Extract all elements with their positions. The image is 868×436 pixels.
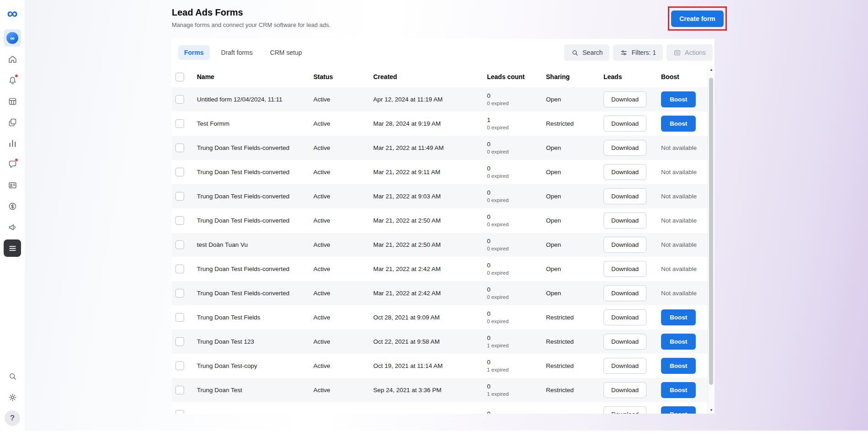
table-row: Untitled form 12/04/2024, 11:11 Active A… bbox=[172, 87, 715, 112]
boost-not-available: Not available bbox=[661, 290, 697, 297]
form-created-date: Mar 21, 2022 at 2:42 AM bbox=[373, 290, 487, 297]
leads-expired: 1 expired bbox=[487, 367, 546, 373]
tab-draft-forms[interactable]: Draft forms bbox=[215, 45, 259, 60]
leads-expired: 1 expired bbox=[487, 343, 546, 349]
row-checkbox[interactable] bbox=[175, 95, 184, 104]
contacts-icon[interactable] bbox=[4, 176, 21, 194]
row-checkbox[interactable] bbox=[175, 265, 184, 273]
boost-not-available: Not available bbox=[661, 217, 697, 224]
row-checkbox[interactable] bbox=[175, 337, 184, 346]
tab-bar: Forms Draft forms CRM setup bbox=[178, 45, 308, 60]
row-checkbox[interactable] bbox=[175, 410, 184, 414]
download-button[interactable]: Download bbox=[603, 237, 646, 253]
download-button[interactable]: Download bbox=[603, 334, 646, 350]
boost-button[interactable]: Boost bbox=[661, 382, 696, 398]
form-sharing: Open bbox=[546, 96, 603, 103]
download-button[interactable]: Download bbox=[603, 91, 646, 107]
help-icon[interactable]: ? bbox=[5, 410, 20, 426]
boost-button[interactable]: Boost bbox=[661, 334, 696, 350]
filters-button-label: Filters: 1 bbox=[631, 49, 656, 56]
inbox-icon[interactable] bbox=[4, 155, 21, 173]
boost-not-available: Not available bbox=[661, 241, 697, 248]
table-row: Trung Doan Test Fields-converted Active … bbox=[172, 208, 715, 233]
form-created-date: Mar 21, 2022 at 2:50 AM bbox=[373, 241, 487, 248]
download-button[interactable]: Download bbox=[603, 382, 646, 398]
download-button[interactable]: Download bbox=[603, 406, 646, 414]
column-header-sharing: Sharing bbox=[546, 73, 603, 80]
page-title: Lead Ads Forms bbox=[172, 7, 331, 18]
boost-button[interactable]: Boost bbox=[661, 91, 696, 107]
column-header-name: Name bbox=[197, 73, 313, 80]
insights-icon[interactable] bbox=[4, 134, 21, 152]
leads-expired: 0 expired bbox=[487, 294, 546, 300]
row-checkbox[interactable] bbox=[175, 289, 184, 298]
tab-crm-setup[interactable]: CRM setup bbox=[264, 45, 308, 60]
scrollbar-thumb[interactable] bbox=[709, 78, 713, 385]
table-scrollbar: ▲ ▼ bbox=[708, 66, 715, 414]
row-checkbox[interactable] bbox=[175, 362, 184, 370]
form-status: Active bbox=[313, 217, 373, 224]
form-status: Active bbox=[313, 314, 373, 321]
form-sharing: Restricted bbox=[546, 362, 603, 369]
form-status: Active bbox=[313, 193, 373, 200]
download-button[interactable]: Download bbox=[603, 116, 646, 132]
actions-button[interactable]: Actions bbox=[667, 44, 713, 61]
form-name: test Doàn Tuan Vu bbox=[197, 241, 313, 248]
scroll-down-arrow[interactable]: ▼ bbox=[708, 408, 715, 412]
table-body: Untitled form 12/04/2024, 11:11 Active A… bbox=[172, 87, 715, 414]
download-button[interactable]: Download bbox=[603, 140, 646, 156]
download-button[interactable]: Download bbox=[603, 285, 646, 301]
row-checkbox[interactable] bbox=[175, 216, 184, 225]
form-name: Untitled form 12/04/2024, 11:11 bbox=[197, 96, 313, 103]
menu-icon[interactable] bbox=[4, 239, 21, 257]
row-checkbox[interactable] bbox=[175, 386, 184, 394]
row-checkbox[interactable] bbox=[175, 168, 184, 176]
meta-logo-icon[interactable]: ∞ bbox=[7, 5, 18, 21]
monetization-icon[interactable] bbox=[4, 197, 21, 215]
boost-cell: Not available bbox=[661, 241, 715, 248]
row-checkbox[interactable] bbox=[175, 119, 184, 128]
notifications-icon[interactable] bbox=[4, 71, 21, 89]
boost-not-available: Not available bbox=[661, 169, 697, 175]
row-checkbox[interactable] bbox=[175, 240, 184, 249]
form-created-date: Mar 21, 2022 at 9:11 AM bbox=[373, 169, 487, 175]
leads-count: 0 bbox=[487, 286, 546, 293]
download-button[interactable]: Download bbox=[603, 309, 646, 325]
download-button[interactable]: Download bbox=[603, 188, 646, 204]
filters-icon bbox=[620, 49, 628, 57]
promotions-icon[interactable] bbox=[4, 218, 21, 236]
scroll-up-arrow[interactable]: ▲ bbox=[708, 68, 715, 72]
tab-forms[interactable]: Forms bbox=[178, 45, 210, 60]
app-shortcut-icon[interactable]: ∞ bbox=[4, 29, 21, 47]
content-icon[interactable] bbox=[4, 113, 21, 131]
row-checkbox[interactable] bbox=[175, 144, 184, 152]
planner-icon[interactable] bbox=[4, 92, 21, 110]
boost-button[interactable]: Boost bbox=[661, 406, 696, 414]
select-all-checkbox[interactable] bbox=[175, 73, 184, 81]
search-button-label: Search bbox=[582, 49, 603, 56]
filters-button[interactable]: Filters: 1 bbox=[613, 44, 663, 61]
form-status: Active bbox=[313, 120, 373, 127]
boost-button[interactable]: Boost bbox=[661, 309, 696, 325]
column-header-created: Created bbox=[373, 73, 487, 80]
boost-button[interactable]: Boost bbox=[661, 116, 696, 132]
form-status: Active bbox=[313, 266, 373, 272]
create-form-button[interactable]: Create form bbox=[671, 11, 724, 27]
search-icon[interactable] bbox=[4, 367, 21, 385]
home-icon[interactable] bbox=[4, 50, 21, 68]
boost-button[interactable]: Boost bbox=[661, 358, 696, 374]
download-button[interactable]: Download bbox=[603, 164, 646, 180]
table-row: Trung Doan Test Fields Active Oct 28, 20… bbox=[172, 305, 715, 330]
download-button[interactable]: Download bbox=[603, 358, 646, 374]
column-header-leads: Leads bbox=[603, 73, 661, 80]
sidebar: ∞ ∞ ? bbox=[0, 0, 25, 431]
row-checkbox[interactable] bbox=[175, 313, 184, 322]
leads-expired: 0 expired bbox=[487, 319, 546, 324]
row-checkbox[interactable] bbox=[175, 192, 184, 201]
search-button[interactable]: Search bbox=[564, 44, 609, 61]
download-button[interactable]: Download bbox=[603, 261, 646, 277]
download-button[interactable]: Download bbox=[603, 213, 646, 229]
settings-gear-icon[interactable] bbox=[4, 388, 21, 406]
table-row: Trung Doan Test Fields-converted Active … bbox=[172, 136, 715, 160]
leads-count: 0 bbox=[487, 238, 546, 245]
